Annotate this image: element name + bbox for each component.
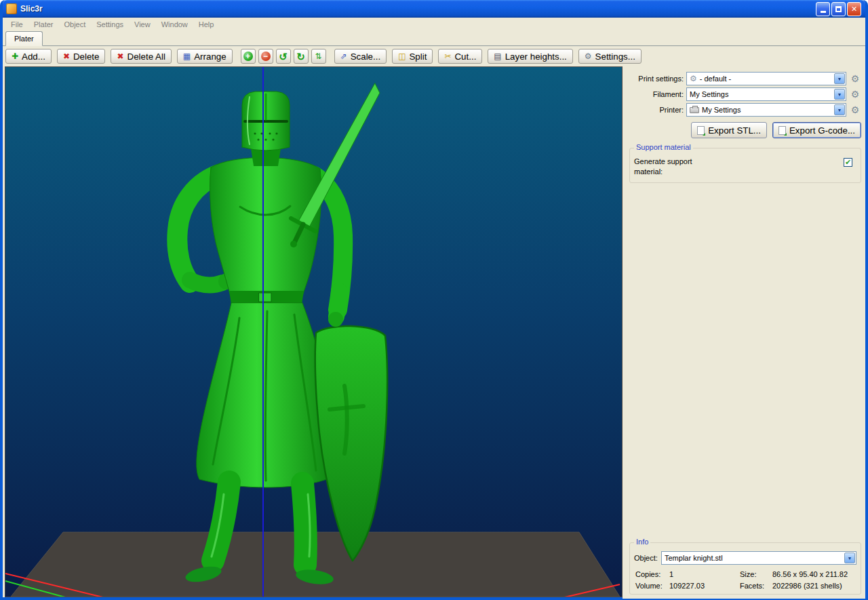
3d-viewport[interactable] [5, 66, 623, 597]
export-row: Export STL... Export G-code... [629, 122, 861, 138]
toolbar: ✚ Add... ✖ Delete ✖ Delete All ▦ Arrange… [3, 46, 865, 66]
print-settings-label: Print settings: [629, 75, 684, 83]
printer-icon [690, 107, 699, 113]
export-gcode-label: Export G-code... [789, 125, 855, 136]
menu-help[interactable]: Help [193, 19, 220, 30]
toolbar-settings-group: ▤ Layer heights... ⚙ Settings... [488, 49, 642, 64]
export-stl-button[interactable]: Export STL... [691, 122, 767, 138]
object-value: Templar knight.stl [665, 554, 723, 562]
chevron-down-icon[interactable]: ▼ [834, 104, 845, 115]
minimize-button[interactable] [816, 2, 830, 16]
support-material-title: Support material [634, 143, 693, 151]
printer-edit-button[interactable]: ⚙ [849, 103, 861, 117]
delete-all-icon: ✖ [117, 52, 123, 60]
menu-view[interactable]: View [129, 19, 156, 30]
minus-icon: − [261, 52, 271, 61]
tab-row: Plater [3, 31, 865, 46]
3d-scene [5, 67, 622, 597]
tab-plater[interactable]: Plater [5, 31, 43, 46]
split-button[interactable]: ◫ Split [392, 49, 433, 64]
printer-label: Printer: [629, 106, 684, 114]
printer-row: Printer: My Settings ▼ ⚙ [629, 103, 861, 117]
menu-window[interactable]: Window [156, 19, 193, 30]
close-button[interactable]: ✕ [847, 2, 861, 16]
delete-icon: ✖ [63, 52, 70, 60]
size-label: Size: [740, 570, 770, 578]
delete-all-label: Delete All [127, 52, 165, 62]
window-controls: ✕ [816, 2, 861, 16]
title-bar[interactable]: Slic3r ✕ [3, 0, 865, 18]
main-area: Print settings: ⚙ - default - ▼ ⚙ Filame… [3, 66, 865, 599]
slic3r-window: Slic3r ✕ File Plater Object Settings Vie… [0, 0, 868, 600]
menu-file[interactable]: File [5, 19, 28, 30]
cut-icon: ✂ [444, 52, 451, 60]
rotate-cw-icon: ↻ [296, 52, 305, 62]
settings-panel: Print settings: ⚙ - default - ▼ ⚙ Filame… [623, 66, 865, 599]
facets-value: 2022986 (321 shells) [772, 582, 856, 590]
check-icon: ✔ [845, 159, 851, 166]
toolbar-object-group: ✚ Add... ✖ Delete ✖ Delete All ▦ Arrange [5, 49, 233, 64]
chevron-down-icon[interactable]: ▼ [834, 89, 845, 100]
cut-label: Cut... [454, 52, 476, 62]
object-select[interactable]: Templar knight.stl ▼ [661, 551, 856, 565]
object-label: Object: [634, 554, 660, 562]
export-gcode-button[interactable]: Export G-code... [772, 122, 861, 138]
toolbar-copy-rotate-group: + − ↺ ↻ ⇅ [241, 49, 326, 64]
print-settings-gear-icon: ⚙ [690, 75, 697, 83]
settings-label: Settings... [595, 52, 635, 62]
chevron-down-icon[interactable]: ▼ [834, 73, 845, 84]
arrange-button[interactable]: ▦ Arrange [177, 49, 233, 64]
tab-plater-label: Plater [14, 35, 34, 43]
copies-label: Copies: [635, 570, 667, 578]
object-stats: Copies: 1 Size: 86.56 x 95.40 x 211.82 V… [634, 570, 856, 590]
add-button[interactable]: ✚ Add... [5, 49, 52, 64]
rotate-ccw-button[interactable]: ↺ [276, 49, 291, 64]
maximize-icon [835, 6, 842, 12]
generate-support-label: Generate support material: [634, 157, 715, 177]
delete-all-button[interactable]: ✖ Delete All [111, 49, 171, 64]
menu-plater[interactable]: Plater [28, 19, 59, 30]
gear-icon: ⚙ [851, 104, 860, 115]
split-label: Split [409, 52, 427, 62]
cut-button[interactable]: ✂ Cut... [438, 49, 482, 64]
arrange-icon: ▦ [183, 52, 191, 60]
split-icon: ◫ [398, 52, 406, 60]
scale-button[interactable]: ⇗ Scale... [334, 49, 387, 64]
increase-copies-button[interactable]: + [241, 49, 256, 64]
menu-object[interactable]: Object [58, 19, 91, 30]
filament-label: Filament: [629, 90, 684, 98]
volume-label: Volume: [635, 582, 667, 590]
gear-icon: ⚙ [851, 73, 860, 84]
print-settings-select[interactable]: ⚙ - default - ▼ [686, 72, 846, 85]
settings-button[interactable]: ⚙ Settings... [578, 49, 642, 64]
maximize-button[interactable] [831, 2, 846, 16]
print-settings-value: - default - [700, 75, 731, 83]
generate-support-checkbox[interactable]: ✔ [844, 158, 852, 167]
filament-edit-button[interactable]: ⚙ [849, 87, 861, 101]
decrease-copies-button[interactable]: − [258, 49, 273, 64]
rotate-ccw-icon: ↺ [279, 52, 288, 62]
info-title: Info [634, 538, 650, 546]
settings-gear-icon: ⚙ [585, 52, 592, 60]
panel-spacer [629, 183, 861, 534]
facets-label: Facets: [740, 582, 770, 590]
printer-select[interactable]: My Settings ▼ [686, 103, 846, 117]
filament-select[interactable]: My Settings ▼ [686, 87, 846, 101]
volume-value: 109227.03 [669, 582, 737, 590]
layer-heights-button[interactable]: ▤ Layer heights... [488, 49, 572, 64]
add-icon: ✚ [12, 52, 18, 60]
chevron-down-icon[interactable]: ▼ [844, 553, 855, 563]
info-group: Info Object: Templar knight.stl ▼ Copies… [629, 542, 861, 595]
size-value: 86.56 x 95.40 x 211.82 [772, 570, 856, 578]
export-stl-label: Export STL... [708, 125, 761, 136]
menu-settings[interactable]: Settings [91, 19, 129, 30]
support-row: Generate support material: ✔ [634, 157, 856, 177]
print-settings-edit-button[interactable]: ⚙ [849, 72, 861, 85]
rotate-cw-button[interactable]: ↻ [294, 49, 309, 64]
layer-heights-icon: ▤ [494, 52, 501, 60]
add-label: Add... [22, 52, 45, 62]
autoscale-button[interactable]: ⇅ [311, 49, 326, 64]
plus-icon: + [243, 52, 253, 61]
object-row: Object: Templar knight.stl ▼ [634, 551, 856, 565]
delete-button[interactable]: ✖ Delete [57, 49, 106, 64]
